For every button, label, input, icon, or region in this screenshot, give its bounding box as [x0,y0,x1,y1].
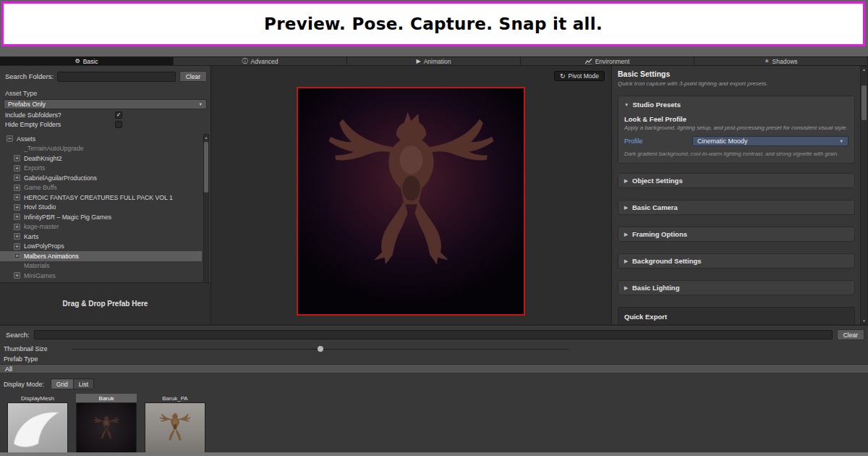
promo-banner: Preview. Pose. Capture. Snap it all. [1,1,865,46]
scrollbar-thumb[interactable] [204,142,208,193]
tree-item[interactable]: +kage-master [0,222,202,232]
gear-icon: ⚙ [75,59,80,64]
thumbnail-image[interactable] [7,402,68,452]
expand-icon[interactable]: + [14,194,20,200]
tree-item[interactable]: +Malbers Animations [0,251,202,261]
tab-animation[interactable]: ▶ Animation [347,57,521,65]
tree-item[interactable]: +Karts [0,232,202,242]
search-folders-label: Search Folders: [5,72,54,80]
tab-basic-label: Basic [83,58,98,65]
expand-icon[interactable]: + [14,204,20,211]
search-folders-input[interactable] [57,72,176,82]
tree-item[interactable]: Materials [0,261,202,271]
chevron-collapsed-icon: ▶ [624,258,628,264]
tab-shadows[interactable]: ☀ Shadows [694,57,868,65]
tree-item[interactable]: _TerrainAutoUpgrade [0,144,202,154]
grid-mode-button[interactable]: Grid [51,379,74,389]
section-framing-options[interactable]: ▶ Framing Options [618,227,855,242]
expand-icon[interactable]: + [14,272,20,279]
chevron-collapsed-icon: ▶ [624,205,628,211]
tree-item[interactable]: +DeathKnight2 [0,153,202,164]
clear-search-button[interactable]: Clear [837,329,864,340]
prefab-thumbnail-baruk[interactable]: Baruk [76,394,137,452]
sun-icon: ☀ [764,59,769,64]
tree-item-assets-root[interactable]: − Assets [0,134,202,144]
tree-item[interactable]: +GabrielAguilarProductions [0,173,202,183]
expand-icon[interactable]: + [14,214,20,220]
prefab-thumbnail-baruk-pa[interactable]: Baruk_PA [145,394,205,452]
tree-item[interactable]: +LowPolyProps [0,242,202,252]
mesh-plane-art [8,403,68,452]
expand-icon[interactable]: + [14,155,20,161]
tab-advanced[interactable]: ⓘ Advanced [174,57,347,65]
hide-empty-folders-label: Hide Empty Folders [5,121,115,128]
profile-row: Profile Cinematic Moody ▼ [624,136,848,146]
display-mode-label: Display Mode: [4,381,44,388]
expand-icon[interactable]: + [14,165,20,172]
thumbnail-size-slider[interactable] [72,345,569,352]
prefab-drop-area[interactable]: Drag & Drop Prefab Here [0,282,210,324]
include-subfolders-checkbox[interactable]: ✓ [115,111,122,119]
section-background-settings-label: Background Settings [632,257,702,265]
prefab-search-input[interactable] [34,330,833,339]
creature-thumb-art [158,412,192,443]
tree-item[interactable]: +Hovl Studio [0,203,202,213]
expand-icon[interactable]: + [14,253,20,259]
tab-shadows-label: Shadows [773,58,798,65]
tree-item[interactable]: +MiniGames [0,271,202,281]
expand-icon[interactable]: + [14,224,20,230]
tab-advanced-label: Advanced [251,58,278,65]
expand-icon[interactable]: + [14,174,20,181]
settings-scrollbar[interactable]: ▲ ▼ [860,66,868,324]
prefab-browser-panel: Search: Clear Thumbnail Size Prefab Type… [0,324,868,452]
expand-icon[interactable]: + [14,185,20,191]
tree-item-label: Exports [24,164,45,172]
profile-label: Profile [624,138,688,145]
asset-type-dropdown[interactable]: Prefabs Only ▼ [4,99,207,109]
tree-item[interactable]: +InfinityPBR – Magic Pig Games [0,212,202,222]
collapse-icon[interactable]: − [7,135,13,142]
list-mode-button[interactable]: List [74,379,94,389]
thumbnail-title: Baruk [76,394,137,402]
profile-dropdown[interactable]: Cinematic Moody ▼ [692,136,848,146]
thumbnail-size-slider-thumb[interactable] [318,346,323,352]
tab-basic[interactable]: ⚙ Basic [0,57,174,65]
pivot-mode-button[interactable]: ↻ Pivot Mode [554,71,605,81]
scroll-up-icon[interactable]: ▲ [205,135,208,140]
prefab-search-row: Search: Clear [0,326,868,343]
tree-scrollbar[interactable]: ▲ ▼ [203,134,209,290]
prefab-type-selected-item[interactable]: All [0,364,868,373]
tree-item-label: LowPolyProps [24,242,64,250]
scrollbar-thumb[interactable] [861,85,867,120]
look-feel-title: Look & Feel Profile [624,115,848,123]
banner-title: Preview. Pose. Capture. Snap it all. [264,14,603,33]
tree-item-label: GabrielAguilarProductions [24,174,97,182]
display-mode-row: Display Mode: Grid List [0,373,868,389]
tree-item[interactable]: +Game Buffs [0,183,202,193]
include-subfolders-row: Include Subfolders? ✓ [0,109,210,119]
tab-bar: ⚙ Basic ⓘ Advanced ▶ Animation Environme… [0,56,868,66]
settings-subtitle: Quick icon capture with 3-point lighting… [618,80,855,87]
hide-empty-folders-checkbox[interactable] [115,121,122,128]
section-basic-camera[interactable]: ▶ Basic Camera [618,200,855,215]
studio-presets-header[interactable]: ▼ Studio Presets [624,101,848,109]
section-background-settings[interactable]: ▶ Background Settings [618,253,855,269]
folder-browser-panel: Search Folders: Clear Asset Type Prefabs… [0,66,211,324]
tree-item[interactable]: +Exports [0,164,202,174]
tree-item-label: Karts [24,233,38,240]
prefab-thumbnail-displaymesh[interactable]: DisplayMesh [7,394,68,452]
section-object-settings[interactable]: ▶ Object Settings [618,173,855,188]
clear-folders-button[interactable]: Clear [179,71,207,82]
tab-environment[interactable]: Environment [521,57,694,65]
thumbnail-image[interactable] [145,402,205,452]
folder-tree-children: _TerrainAutoUpgrade+DeathKnight2+Exports… [0,144,202,291]
quick-export-title: Quick Export [624,313,848,321]
thumbnail-image[interactable] [76,402,137,452]
scroll-down-icon[interactable]: ▼ [862,318,866,324]
tree-item[interactable]: +HEROIC FANTASY CREATURES FULL PACK VOL … [0,193,202,203]
expand-icon[interactable]: + [14,233,20,240]
profile-description: Dark gradient background, cool-to-warm l… [624,151,848,157]
expand-icon[interactable]: + [14,243,20,250]
scroll-up-icon[interactable]: ▲ [862,67,866,72]
section-basic-lighting[interactable]: ▶ Basic Lighting [618,280,855,295]
